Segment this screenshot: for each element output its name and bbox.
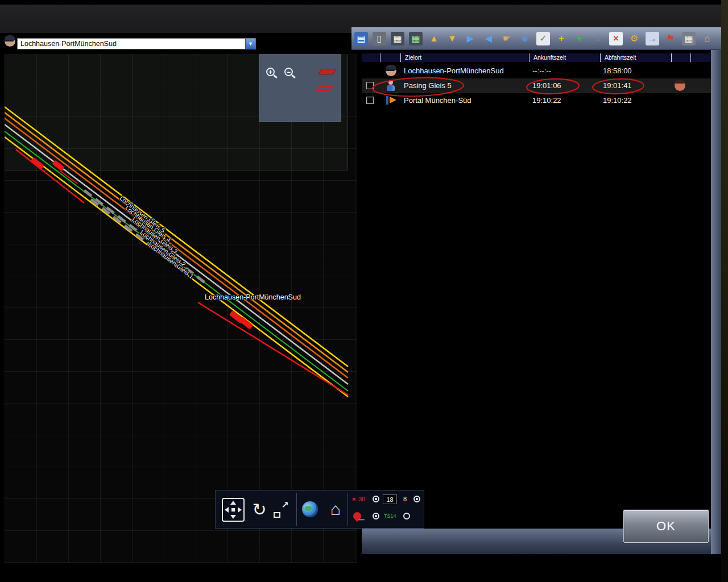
signal-icon[interactable]	[351, 510, 363, 522]
home-view-button[interactable]: ⌂	[326, 497, 345, 521]
timetable-row-start[interactable]: Lochhausen-PortMünchenSud --:--:-- 18:58…	[362, 64, 711, 78]
driver-change-icon	[675, 80, 685, 91]
map-panel[interactable]: Lochhausen Gleis 5 Lochhausen Gleis 4 Lo…	[5, 54, 357, 563]
toolbar-icon-settings[interactable]: ⚙	[627, 32, 641, 45]
value-eight: 8	[403, 495, 407, 503]
station-dropdown-value: Lochhausen-PortMünchenSud	[18, 40, 245, 48]
driver-icon	[5, 36, 15, 47]
toolbar-icon-check-list[interactable]: ✓	[536, 32, 550, 45]
track-edit-tool-outline-icon[interactable]	[316, 86, 334, 91]
radio-signal[interactable]	[373, 513, 379, 519]
dialog-toolbar: ▤▯▦▦▲▼▶◀☛☻✓++→×⚙→⚑▦⌂	[351, 27, 721, 50]
toolbar-icon-hand-pointer[interactable]: ☛	[500, 32, 514, 45]
timetable-row-pasing[interactable]: Pasing Gleis 5 19:01:06 19:01:41	[362, 78, 711, 93]
row-checkbox[interactable]	[366, 97, 374, 104]
row-ankunftszeit: --:--:--	[532, 64, 551, 78]
driver-icon	[386, 65, 396, 76]
station-dropdown[interactable]: Lochhausen-PortMünchenSud ▼	[17, 38, 256, 49]
table-header: Zielort Ankunftszeit Abfahrtszeit	[362, 53, 711, 62]
pan-button[interactable]	[222, 498, 245, 522]
radio-speed[interactable]	[373, 496, 379, 502]
toolbar-icon-move-all[interactable]: +	[555, 32, 568, 45]
row-checkbox[interactable]	[366, 82, 374, 89]
toolbar-icon-append-route[interactable]: +	[573, 32, 586, 45]
toolbar-icon-enter-portal[interactable]: →	[646, 32, 659, 45]
toolbar-icon-save[interactable]: ▤	[354, 32, 368, 45]
row-zielort: Pasing Gleis 5	[404, 78, 452, 93]
toolbar-icon-delete[interactable]: ▯	[373, 32, 386, 45]
toolbar-icon-add-driver[interactable]: ☻	[518, 32, 532, 45]
track-edit-tool-icon[interactable]	[317, 69, 336, 74]
pan-left-icon	[225, 507, 229, 513]
row-abfahrtszeit: 18:58:00	[603, 64, 632, 78]
header-extra-col-1	[671, 53, 690, 62]
toolbar-icon-forward-route[interactable]: →	[591, 32, 605, 45]
toolbar-icon-insert-after[interactable]: ▶	[464, 32, 477, 45]
row-abfahrtszeit: 19:01:41	[603, 78, 632, 93]
toolbar-icon-insert-before[interactable]: ◀	[482, 32, 495, 45]
radio-ts[interactable]	[403, 513, 410, 519]
pan-up-icon	[230, 501, 236, 505]
header-checkbox-col	[362, 53, 380, 62]
crossing-icon: ×	[352, 495, 355, 503]
ts-label: TS14	[384, 512, 396, 520]
detach-window-button[interactable]: ↗	[273, 500, 289, 519]
rotate-view-button[interactable]: ↻	[249, 497, 270, 521]
block-value-box[interactable]: 18	[383, 494, 397, 504]
portal-exit-icon	[386, 95, 397, 106]
row-zielort: Portal München-Süd	[404, 93, 471, 108]
header-extra-col-2	[690, 53, 711, 62]
pan-down-icon	[230, 515, 236, 519]
zoom-in-button[interactable]: +	[266, 68, 275, 76]
track-labels: Lochhausen Gleis 5 Lochhausen Gleis 4 Lo…	[118, 194, 301, 301]
header-icon-col	[380, 53, 400, 62]
scene-edge-right	[721, 0, 728, 582]
passenger-stop-icon	[386, 80, 396, 91]
window-icon	[274, 512, 280, 518]
timetable-row-portal[interactable]: Portal München-Süd 19:10:22 19:10:22	[362, 93, 711, 108]
zoom-out-button[interactable]: −	[284, 68, 293, 76]
row-ankunftszeit: 19:01:06	[532, 78, 561, 93]
map-toolbar: ↻ ↗ ⌂ × 30 18 8 TS14	[215, 490, 424, 529]
globe-view-button[interactable]	[302, 501, 318, 517]
pan-right-icon	[238, 507, 242, 513]
timetable-dialog: Zielort Ankunftszeit Abfahrtszeit Lochha…	[362, 50, 711, 529]
dialog-frame-right	[711, 50, 721, 554]
toolbar-icon-grid-large[interactable]: ▦	[409, 32, 423, 45]
toolbar-icon-move-up[interactable]: ▲	[427, 32, 441, 45]
pan-center-icon	[231, 508, 235, 512]
speed-limit-value: 30	[358, 495, 365, 503]
toolbar-icon-flag[interactable]: ⚑	[664, 32, 677, 45]
trains	[30, 157, 253, 330]
header-abfahrtszeit[interactable]: Abfahrtszeit	[600, 53, 671, 62]
map-tool-panel: + −	[259, 54, 341, 122]
screen: Lochhausen-PortMünchenSud ▼	[0, 0, 728, 582]
toolbar-icon-cancel[interactable]: ×	[609, 32, 623, 45]
detach-arrow-icon: ↗	[282, 500, 289, 510]
ok-button[interactable]: OK	[623, 510, 709, 543]
row-abfahrtszeit: 19:10:22	[603, 93, 632, 108]
toolbar-icon-grid-small[interactable]: ▦	[391, 32, 404, 45]
dropdown-arrow-icon[interactable]: ▼	[245, 39, 255, 49]
radio-eight[interactable]	[413, 496, 420, 502]
map-station-label: Lochhausen-PortMünchenSud	[205, 293, 301, 301]
toolbar-divider	[348, 493, 348, 526]
header-ankunftszeit[interactable]: Ankunftszeit	[529, 53, 600, 62]
row-zielort: Lochhausen-PortMünchenSud	[404, 64, 504, 78]
track-map: Lochhausen Gleis 5 Lochhausen Gleis 4 Lo…	[5, 54, 357, 563]
toolbar-icon-calculator[interactable]: ▦	[682, 32, 696, 45]
toolbar-icon-depot[interactable]: ⌂	[700, 32, 714, 45]
toolbar-divider	[296, 493, 297, 526]
toolbar-icon-move-down[interactable]: ▼	[445, 32, 459, 45]
header-zielort[interactable]: Zielort	[400, 53, 529, 62]
row-ankunftszeit: 19:10:22	[532, 93, 561, 108]
